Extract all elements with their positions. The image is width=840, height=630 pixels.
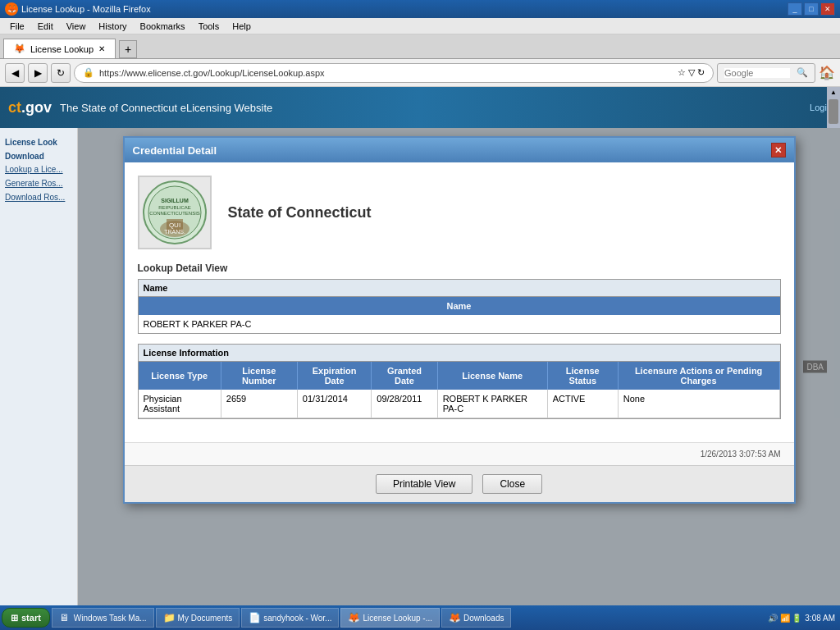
taskbar-item-taskmgr[interactable]: 🖥 Windows Task Ma... [52,608,154,628]
modal-titlebar: Credential Detail ✕ [125,138,794,162]
taskbar-label-downloads: Downloads [463,614,504,623]
col-license-number: License Number [221,362,297,390]
close-button[interactable]: ✕ [820,2,835,16]
sidebar-item-lookup[interactable]: Lookup a Lice... [0,162,77,176]
menu-bookmarks[interactable]: Bookmarks [134,20,192,33]
browser-content: ct.gov The State of Connecticut eLicensi… [0,87,840,605]
timestamp: 1/26/2013 3:07:53 AM [701,450,781,459]
seal-svg: SIGILLUM REIPUBLICAE CONNECTICUTENSIS QU… [142,180,208,245]
refresh-icon[interactable]: ↻ [697,67,705,78]
taskbar-item-word[interactable]: 📄 sandyhook - Wor... [241,608,339,628]
printable-view-button[interactable]: Printable View [376,474,473,494]
tab-bar: 🦊 License Lookup ✕ + [0,34,840,59]
modal-buttons: Printable View Close [125,465,794,502]
row-status: ACTIVE [547,390,618,418]
browser-title: License Lookup - Mozilla Firefox [21,4,151,14]
site-header: ct.gov The State of Connecticut eLicensi… [0,87,840,128]
new-tab-button[interactable]: + [119,40,137,58]
menu-file[interactable]: File [3,20,31,33]
system-clock: 3:08 AM [805,614,835,623]
taskbar-item-documents[interactable]: 📁 My Documents [156,608,240,628]
tab-favicon: 🦊 [14,43,25,54]
row-granted: 09/28/2011 [372,390,437,418]
modal-overlay: Credential Detail ✕ SIGILLUM [78,128,840,605]
minimize-button[interactable]: _ [788,2,802,16]
taskbar-label-taskmgr: Windows Task Ma... [74,614,147,623]
back-button[interactable]: ◀ [5,63,25,83]
credential-detail-modal: Credential Detail ✕ SIGILLUM [123,136,796,504]
menu-bar: File Edit View History Bookmarks Tools H… [0,18,840,34]
bookmark-icon[interactable]: ▽ [688,67,695,78]
menu-tools[interactable]: Tools [192,20,226,33]
taskbar-item-downloads[interactable]: 🦊 Downloads [441,608,511,628]
lookup-section-title: Lookup Detail View [138,262,781,274]
content-area: DBA Credential Detail ✕ [78,128,840,605]
menu-help[interactable]: Help [226,20,258,33]
tab-label: License Lookup [30,44,94,54]
col-expiration-date: Expiration Date [297,362,371,390]
col-granted-date: Granted Date [372,362,437,390]
taskbar-label-documents: My Documents [178,614,233,623]
nav-bar: ◀ ▶ ↻ 🔒 https://www.elicense.ct.gov/Look… [0,59,840,87]
col-license-name: License Name [437,362,547,390]
license-table: License Type License Number Expiration D… [139,362,780,418]
tab-close-button[interactable]: ✕ [98,44,105,53]
row-expiration: 01/31/2014 [297,390,371,418]
menu-edit[interactable]: Edit [31,20,60,33]
site-tagline: The State of Connecticut eLicensing Webs… [60,102,272,114]
firefox1-icon: 🦊 [348,612,359,623]
svg-text:REIPUBLICAE: REIPUBLICAE [158,205,191,210]
active-tab[interactable]: 🦊 License Lookup ✕ [3,39,116,58]
name-section: Name Name ROBERT K PARKER PA-C [138,279,781,334]
search-bar[interactable]: 🔍 [717,63,815,83]
taskbar-right: 🔊 📶 🔋 3:08 AM [768,614,838,623]
menu-view[interactable]: View [60,20,93,33]
col-licensure-actions: Licensure Actions or Pending Charges [618,362,779,390]
star-icon[interactable]: ☆ [678,67,686,78]
search-input[interactable] [724,68,790,78]
sidebar-item-generate[interactable]: Generate Ros... [0,176,77,190]
row-license-type: Physician Assistant [139,390,221,418]
taskbar-item-firefox1[interactable]: 🦊 License Lookup -... [340,608,440,628]
name-table: Name ROBERT K PARKER PA-C [139,297,780,333]
search-icon[interactable]: 🔍 [797,67,808,78]
maximize-button[interactable]: □ [804,2,819,16]
scroll-up-arrow[interactable]: ▲ [829,87,838,98]
lock-icon: 🔒 [83,67,94,78]
sidebar-item-download[interactable]: Download Ros... [0,190,77,204]
modal-close-button[interactable]: ✕ [771,143,786,158]
menu-history[interactable]: History [92,20,133,33]
start-label: start [21,613,41,623]
svg-text:TRANS.: TRANS. [164,229,185,235]
modal-title: Credential Detail [133,144,217,157]
col-license-type: License Type [139,362,221,390]
col-license-status: License Status [547,362,618,390]
windows-icon: ⊞ [11,613,18,623]
row-actions: None [618,390,779,418]
name-value: ROBERT K PARKER PA-C [139,315,780,333]
modal-body: SIGILLUM REIPUBLICAE CONNECTICUTENSIS QU… [125,162,794,442]
svg-text:CONNECTICUTENSIS: CONNECTICUTENSIS [149,211,200,216]
downloads-icon: 🦊 [449,612,460,623]
home-button[interactable]: 🏠 [819,65,835,80]
taskbar: ⊞ start 🖥 Windows Task Ma... 📁 My Docume… [0,605,840,630]
scroll-thumb[interactable] [829,99,838,124]
modal-header: SIGILLUM REIPUBLICAE CONNECTICUTENSIS QU… [138,176,781,249]
license-section-header: License Information [139,345,780,362]
taskmgr-icon: 🖥 [59,612,71,623]
row-license-number: 2659 [221,390,297,418]
name-col-header: Name [139,297,780,315]
address-bar[interactable]: 🔒 https://www.elicense.ct.gov/Lookup/Lic… [74,63,714,83]
sidebar-download-label: Download [0,150,77,162]
forward-button[interactable]: ▶ [28,63,48,83]
close-dialog-button[interactable]: Close [482,474,542,494]
main-layout: License Look Download Lookup a Lice... G… [0,128,840,605]
reload-button[interactable]: ↻ [51,63,71,83]
start-button[interactable]: ⊞ start [2,608,50,628]
state-title: State of Connecticut [228,204,372,221]
documents-icon: 📁 [163,612,175,623]
taskbar-label-word: sandyhook - Wor... [263,614,331,623]
license-section: License Information License Type License… [138,344,781,419]
row-license-name: ROBERT K PARKER PA-C [437,390,547,418]
state-seal: SIGILLUM REIPUBLICAE CONNECTICUTENSIS QU… [138,176,212,249]
